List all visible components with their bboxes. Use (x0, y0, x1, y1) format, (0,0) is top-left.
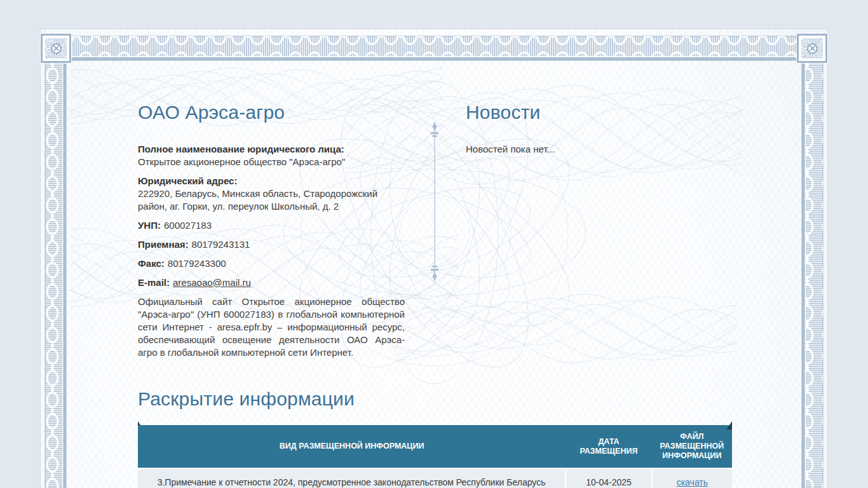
page: { "company": { "title": "ОАО Арэса-агро"… (0, 0, 868, 488)
disclosure-table: ВИД РАЗМЕЩЕННОЙ ИНФОРМАЦИИ ДАТА РАЗМЕЩЕН… (138, 425, 732, 488)
table-header-row: ВИД РАЗМЕЩЕННОЙ ИНФОРМАЦИИ ДАТА РАЗМЕЩЕН… (138, 425, 732, 469)
disclosure-section: Раскрытие информации ВИД РАЗМЕЩЕННОЙ ИНФ… (138, 388, 732, 488)
company-info-section: ОАО Арэса-агро Полное наименование юриди… (138, 102, 405, 359)
field-value: 80179243300 (168, 258, 226, 269)
field-label: УНП: (138, 220, 161, 231)
field-email: E-mail:aresaoao@mail.ru (138, 276, 405, 289)
news-empty-message: Новостей пока нет... (466, 143, 732, 156)
corner-rosette-icon (797, 34, 827, 63)
field-label: Приемная: (138, 239, 189, 250)
download-link[interactable]: скачать (677, 477, 708, 487)
email-link[interactable]: aresaoao@mail.ru (173, 277, 251, 288)
table-row: 3.Примечание к отчетности 2024, предусмо… (138, 469, 732, 488)
cell-date: 10-04-2025 (566, 469, 652, 488)
cell-info-type: 3.Примечание к отчетности 2024, предусмо… (138, 469, 566, 488)
cell-file: скачать (652, 469, 732, 488)
field-label: E-mail: (138, 277, 170, 288)
company-about-text: Официальный сайт Открытое акционерное об… (138, 295, 405, 359)
field-value: 600027183 (164, 220, 212, 231)
field-value: Открытое акционерное общество "Арэса-агр… (138, 156, 405, 168)
disclosure-table-wrapper: ВИД РАЗМЕЩЕННОЙ ИНФОРМАЦИИ ДАТА РАЗМЕЩЕН… (138, 425, 732, 488)
field-label: Юридический адрес: (138, 175, 402, 187)
field-reception-phone: Приемная:80179243131 (138, 238, 405, 251)
col-header-file: ФАЙЛ РАЗМЕЩЕННОЙ ИНФОРМАЦИИ (652, 425, 732, 469)
field-label: Полное наименование юридического лица: (138, 143, 402, 156)
hub-x-icon (51, 43, 62, 54)
field-value: 80179243131 (192, 239, 250, 250)
field-legal-address: Юридический адрес: 222920, Беларусь, Мин… (138, 175, 405, 213)
col-header-date: ДАТА РАЗМЕЩЕНИЯ (566, 425, 652, 469)
hub-x-icon (807, 43, 818, 54)
field-full-name: Полное наименование юридического лица: О… (138, 143, 405, 168)
disclosure-title: Раскрытие информации (138, 388, 732, 410)
field-fax: Факс:80179243300 (138, 257, 405, 270)
company-title: ОАО Арэса-агро (138, 102, 405, 124)
news-title: Новости (466, 102, 732, 124)
news-section: Новости Новостей пока нет... (466, 102, 732, 156)
field-label: Факс: (138, 258, 165, 269)
col-header-info-type: ВИД РАЗМЕЩЕННОЙ ИНФОРМАЦИИ (138, 425, 566, 469)
field-unp: УНП:600027183 (138, 219, 405, 232)
field-value: 222920, Беларусь, Минская область, Старо… (138, 187, 405, 213)
main-content: ОАО Арэса-агро Полное наименование юриди… (138, 102, 732, 488)
corner-rosette-icon (41, 34, 71, 63)
